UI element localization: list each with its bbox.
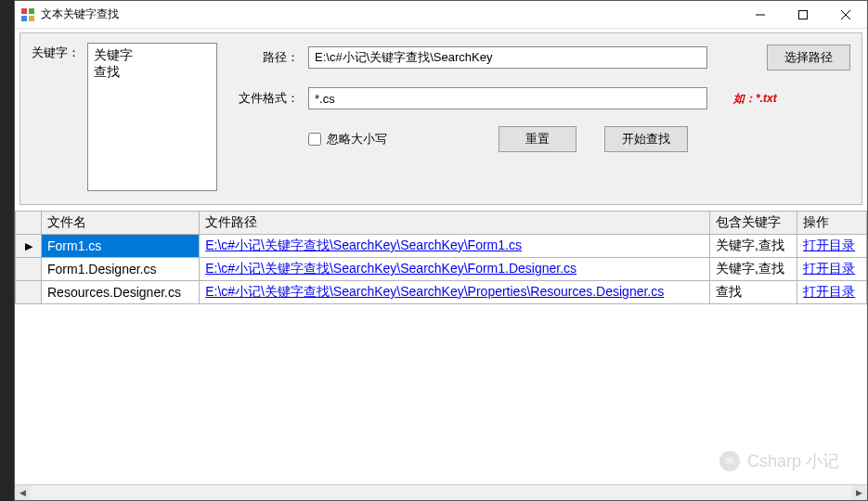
search-button[interactable]: 开始查找	[604, 126, 688, 152]
row-header[interactable]: ▶	[16, 235, 42, 258]
cell-keywords[interactable]: 查找	[709, 281, 797, 304]
keyword-section: 关键字： 关键字 查找	[32, 43, 217, 191]
cell-filepath[interactable]: E:\c#小记\关键字查找\SearchKey\SearchKey\Form1.…	[200, 258, 710, 281]
grid-empty-area	[15, 304, 867, 484]
cell-filepath[interactable]: E:\c#小记\关键字查找\SearchKey\SearchKey\Form1.…	[200, 235, 710, 258]
path-input[interactable]	[308, 46, 707, 69]
titlebar: 文本关键字查找	[15, 1, 867, 29]
cell-filepath[interactable]: E:\c#小记\关键字查找\SearchKey\SearchKey\Proper…	[200, 281, 710, 304]
grid-header-row: 文件名 文件路径 包含关键字 操作	[16, 212, 867, 235]
svg-rect-1	[29, 8, 34, 14]
svg-rect-3	[29, 16, 34, 21]
app-window: 文本关键字查找 关键字： 关键字 查找 路径： 选择路径 文件格式：	[14, 0, 868, 501]
open-folder-link[interactable]: 打开目录	[803, 261, 855, 276]
col-keywords[interactable]: 包含关键字	[709, 212, 797, 235]
col-filepath[interactable]: 文件路径	[200, 212, 710, 235]
keyword-input[interactable]: 关键字 查找	[87, 43, 217, 191]
maximize-button[interactable]	[782, 1, 824, 29]
app-icon	[20, 7, 35, 22]
scroll-track[interactable]	[31, 485, 851, 501]
format-hint: 如：*.txt	[733, 91, 777, 107]
cell-filename[interactable]: Form1.cs	[42, 235, 200, 258]
close-button[interactable]	[824, 1, 867, 29]
table-row[interactable]: ▶Form1.csE:\c#小记\关键字查找\SearchKey\SearchK…	[16, 235, 867, 258]
col-action[interactable]: 操作	[797, 212, 867, 235]
filepath-link[interactable]: E:\c#小记\关键字查找\SearchKey\SearchKey\Form1.…	[205, 261, 577, 276]
ignore-case-checkbox[interactable]	[308, 133, 321, 146]
grid-corner	[16, 212, 42, 235]
cell-action[interactable]: 打开目录	[797, 281, 867, 304]
path-label: 路径：	[230, 49, 299, 66]
col-filename[interactable]: 文件名	[42, 212, 200, 235]
open-folder-link[interactable]: 打开目录	[803, 284, 855, 299]
window-title: 文本关键字查找	[41, 6, 119, 22]
results-grid: 文件名 文件路径 包含关键字 操作 ▶Form1.csE:\c#小记\关键字查找…	[15, 211, 867, 500]
filepath-link[interactable]: E:\c#小记\关键字查找\SearchKey\SearchKey\Proper…	[205, 284, 664, 299]
reset-button[interactable]: 重置	[499, 126, 577, 152]
cell-filename[interactable]: Form1.Designer.cs	[42, 258, 200, 281]
ignore-case-label: 忽略大小写	[327, 131, 387, 148]
editor-gutter	[0, 0, 14, 501]
filepath-link[interactable]: E:\c#小记\关键字查找\SearchKey\SearchKey\Form1.…	[205, 238, 522, 252]
horizontal-scrollbar[interactable]: ◀ ▶	[15, 484, 867, 500]
svg-rect-2	[21, 16, 27, 21]
format-label: 文件格式：	[230, 90, 299, 107]
format-input[interactable]	[308, 87, 707, 109]
row-header[interactable]	[16, 281, 42, 304]
minimize-button[interactable]	[739, 1, 782, 29]
open-folder-link[interactable]: 打开目录	[803, 238, 855, 252]
svg-rect-0	[21, 8, 27, 14]
table-row[interactable]: Form1.Designer.csE:\c#小记\关键字查找\SearchKey…	[16, 258, 867, 281]
row-header[interactable]	[16, 258, 42, 281]
search-form-panel: 关键字： 关键字 查找 路径： 选择路径 文件格式： 如：*.txt 忽略大小写	[19, 32, 862, 205]
cell-filename[interactable]: Resources.Designer.cs	[42, 281, 200, 304]
scroll-right-arrow[interactable]: ▶	[851, 485, 867, 501]
keyword-label: 关键字：	[32, 43, 80, 191]
cell-action[interactable]: 打开目录	[797, 235, 867, 258]
cell-keywords[interactable]: 关键字,查找	[709, 258, 797, 281]
scroll-left-arrow[interactable]: ◀	[15, 485, 31, 501]
choose-path-button[interactable]: 选择路径	[767, 45, 850, 71]
svg-rect-4	[799, 10, 808, 19]
cell-action[interactable]: 打开目录	[797, 258, 867, 281]
table-row[interactable]: Resources.Designer.csE:\c#小记\关键字查找\Searc…	[16, 281, 867, 304]
ignore-case-checkbox-wrap[interactable]: 忽略大小写	[308, 131, 387, 148]
cell-keywords[interactable]: 关键字,查找	[709, 235, 797, 258]
